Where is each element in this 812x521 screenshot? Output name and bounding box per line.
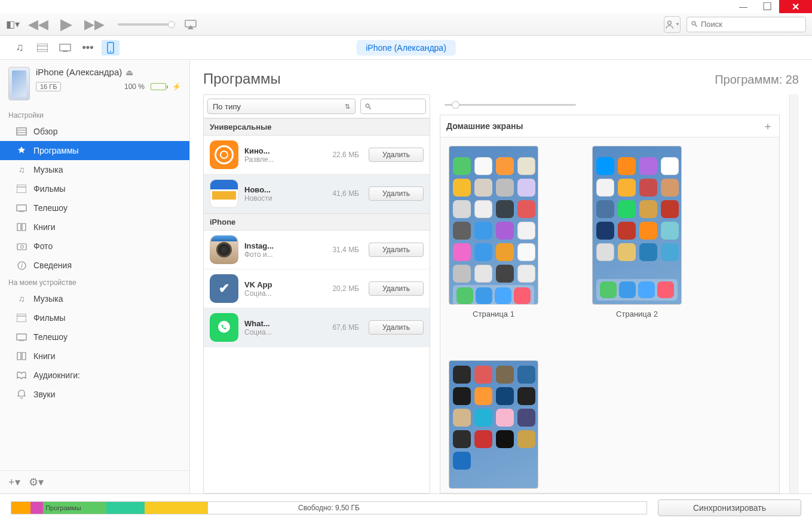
hs-app-icon[interactable] <box>639 157 657 175</box>
hs-app-icon[interactable] <box>474 243 492 261</box>
eject-button[interactable]: ⏏ <box>125 68 133 77</box>
hs-app-icon[interactable] <box>517 366 535 384</box>
hs-app-icon[interactable] <box>618 179 636 197</box>
sort-select[interactable]: По типу ⇅ <box>207 99 356 114</box>
home-screen-page[interactable]: Страница 1 <box>449 146 538 318</box>
hs-app-icon[interactable] <box>496 366 514 384</box>
hs-app-icon[interactable] <box>496 243 514 261</box>
hs-app-icon[interactable] <box>661 200 679 218</box>
hs-app-icon[interactable] <box>474 200 492 218</box>
remove-app-button[interactable]: Удалить <box>369 186 424 201</box>
hs-app-icon[interactable] <box>661 222 679 240</box>
play-button[interactable]: ▶ <box>57 15 76 33</box>
remove-app-button[interactable]: Удалить <box>369 148 424 162</box>
tab-more[interactable]: ••• <box>79 40 97 56</box>
hs-app-icon[interactable] <box>661 179 679 197</box>
hs-app-icon[interactable] <box>639 222 657 240</box>
hs-app-icon[interactable] <box>639 243 657 261</box>
zoom-slider[interactable] <box>445 104 576 106</box>
hs-app-icon[interactable] <box>596 200 614 218</box>
window-close[interactable]: ✕ <box>779 0 812 13</box>
hs-app-icon[interactable] <box>453 222 471 240</box>
app-row[interactable]: Ново...Новости41,6 МБУдалить <box>204 174 430 213</box>
hs-app-icon[interactable] <box>453 157 471 175</box>
hs-app-icon[interactable] <box>517 243 535 261</box>
hs-app-icon[interactable] <box>474 157 492 175</box>
hs-app-icon[interactable] <box>453 200 471 218</box>
hs-app-icon[interactable] <box>661 157 679 175</box>
scrollbar[interactable] <box>789 94 799 494</box>
volume-slider[interactable] <box>118 23 171 26</box>
hs-app-icon[interactable] <box>474 387 492 405</box>
hs-app-icon[interactable] <box>517 430 535 448</box>
hs-app-icon[interactable] <box>517 222 535 240</box>
tab-music[interactable]: ♫ <box>11 40 29 56</box>
hs-app-icon[interactable] <box>639 200 657 218</box>
add-playlist-button[interactable]: +▾ <box>8 476 20 489</box>
hs-app-icon[interactable] <box>639 179 657 197</box>
hs-app-icon[interactable] <box>517 179 535 197</box>
hs-app-icon[interactable] <box>596 243 614 261</box>
sidebar-toggle-icon[interactable]: ◧▾ <box>6 19 20 30</box>
sidebar-ondevice-tv[interactable]: Телешоу <box>0 327 189 347</box>
hs-app-icon[interactable] <box>596 157 614 175</box>
storage-bar[interactable]: ПрограммыСвободно: 9,50 ГБ <box>11 501 647 514</box>
hs-app-icon[interactable] <box>474 265 492 283</box>
hs-app-icon[interactable] <box>496 222 514 240</box>
sidebar-settings-books[interactable]: Книги <box>0 217 189 237</box>
sidebar-settings-music[interactable]: ♫Музыка <box>0 160 189 179</box>
home-screen-page[interactable]: Страница 2 <box>592 146 682 318</box>
home-screen-page[interactable] <box>449 360 538 489</box>
app-row[interactable]: ✔VK AppСоциа...20,2 МБУдалить <box>204 269 430 308</box>
hs-app-icon[interactable] <box>453 430 471 448</box>
account-button[interactable]: ▼ <box>664 16 681 33</box>
hs-app-icon[interactable] <box>596 222 614 240</box>
hs-app-icon[interactable] <box>496 200 514 218</box>
hs-app-icon[interactable] <box>496 157 514 175</box>
sidebar-ondevice-books[interactable]: Книги <box>0 347 189 366</box>
hs-app-icon[interactable] <box>618 200 636 218</box>
settings-gear-icon[interactable]: ⚙▾ <box>29 476 44 489</box>
app-row[interactable]: What...Социа...67,6 МБУдалить <box>204 308 430 347</box>
remove-app-button[interactable]: Удалить <box>369 281 424 296</box>
hs-app-icon[interactable] <box>618 157 636 175</box>
hs-app-icon[interactable] <box>474 430 492 448</box>
apps-search-input[interactable]: 🔍︎ <box>360 99 426 114</box>
tab-tv[interactable] <box>56 40 74 56</box>
hs-app-icon[interactable] <box>618 222 636 240</box>
prev-track-button[interactable]: ◀◀ <box>24 17 52 32</box>
hs-app-icon[interactable] <box>453 366 471 384</box>
dock-app-icon[interactable] <box>476 287 492 304</box>
hs-app-icon[interactable] <box>453 452 471 470</box>
hs-app-icon[interactable] <box>517 200 535 218</box>
dock-app-icon[interactable] <box>657 281 674 298</box>
next-track-button[interactable]: ▶▶ <box>81 17 108 32</box>
device-pill[interactable]: iPhone (Александра) <box>356 40 456 56</box>
hs-app-icon[interactable] <box>496 265 514 283</box>
hs-app-icon[interactable] <box>596 179 614 197</box>
hs-app-icon[interactable] <box>496 430 514 448</box>
hs-app-icon[interactable] <box>517 265 535 283</box>
sidebar-settings-movies[interactable]: Фильмы <box>0 179 189 198</box>
app-row[interactable]: Кино...Развле...22,6 МБУдалить <box>204 136 430 174</box>
hs-app-icon[interactable] <box>453 179 471 197</box>
tab-movies[interactable] <box>33 40 51 56</box>
window-maximize[interactable]: ☐ <box>755 0 779 13</box>
search-box[interactable]: 🔍︎ <box>687 17 806 32</box>
hs-app-icon[interactable] <box>496 179 514 197</box>
sidebar-settings-overview[interactable]: Обзор <box>0 122 189 141</box>
hs-app-icon[interactable] <box>453 387 471 405</box>
tab-device[interactable] <box>102 40 119 56</box>
hs-app-icon[interactable] <box>618 243 636 261</box>
hs-app-icon[interactable] <box>453 243 471 261</box>
remove-app-button[interactable]: Удалить <box>369 320 424 335</box>
sidebar-settings-apps[interactable]: Программы <box>0 141 189 160</box>
sidebar-settings-photos[interactable]: Фото <box>0 237 189 256</box>
hs-app-icon[interactable] <box>474 179 492 197</box>
hs-app-icon[interactable] <box>453 265 471 283</box>
hs-app-icon[interactable] <box>496 387 514 405</box>
hs-app-icon[interactable] <box>517 387 535 405</box>
dock-app-icon[interactable] <box>619 281 636 298</box>
hs-app-icon[interactable] <box>474 366 492 384</box>
hs-app-icon[interactable] <box>496 409 514 427</box>
